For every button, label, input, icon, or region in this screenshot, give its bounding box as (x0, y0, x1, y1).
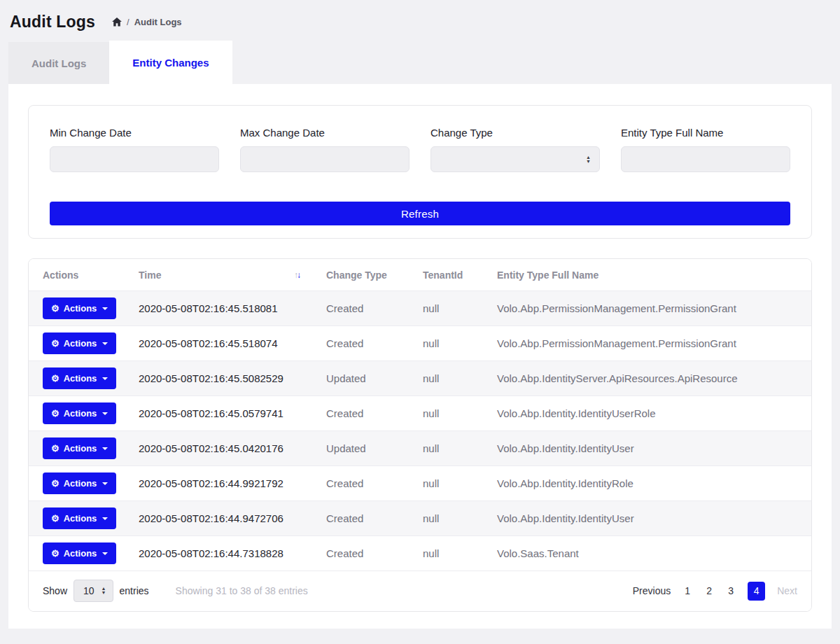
table-row: ⚙ Actions 2020-05-08T02:16:45.0579741 Cr… (29, 396, 811, 431)
row-time: 2020-05-08T02:16:45.5082529 (130, 361, 318, 396)
tab-bar: Audit Logs Entity Changes (8, 41, 832, 84)
row-change-type: Created (318, 326, 414, 361)
caret-down-icon (102, 307, 108, 310)
row-entity-type: Volo.Abp.Identity.IdentityRole (489, 466, 811, 501)
table-row: ⚙ Actions 2020-05-08T02:16:45.518081 Cre… (29, 291, 811, 326)
pagination-page-2[interactable]: 2 (704, 585, 714, 596)
row-tenant-id: null (414, 431, 489, 466)
gear-icon: ⚙ (51, 479, 59, 488)
row-entity-type: Volo.Abp.IdentityServer.ApiResources.Api… (489, 361, 811, 396)
row-change-type: Updated (318, 431, 414, 466)
row-tenant-id: null (414, 536, 489, 571)
refresh-button[interactable]: Refresh (50, 202, 790, 225)
max-change-date-field: Max Change Date (240, 127, 410, 172)
column-header-change-type: Change Type (318, 259, 414, 291)
table-body: ⚙ Actions 2020-05-08T02:16:45.518081 Cre… (29, 291, 811, 571)
row-actions-label: Actions (64, 373, 97, 384)
row-actions-cell: ⚙ Actions (29, 466, 130, 501)
row-actions-cell: ⚙ Actions (29, 326, 130, 361)
change-type-select[interactable]: ▲▼ (430, 146, 600, 172)
table-row: ⚙ Actions 2020-05-08T02:16:45.5082529 Up… (29, 361, 811, 396)
pagination-next[interactable]: Next (777, 585, 797, 596)
row-actions-button[interactable]: ⚙ Actions (43, 438, 116, 459)
row-change-type: Created (318, 501, 414, 536)
table-footer: Show 10 ▲▼ entries Showing 31 to 38 of 3… (29, 571, 811, 611)
entity-type-label: Entity Type Full Name (621, 127, 790, 139)
gear-icon: ⚙ (51, 409, 59, 418)
row-actions-button[interactable]: ⚙ Actions (43, 472, 116, 494)
row-actions-cell: ⚙ Actions (29, 361, 130, 396)
page-header: Audit Logs / Audit Logs (0, 0, 840, 41)
page-size-value: 10 (83, 585, 94, 596)
row-tenant-id: null (414, 361, 489, 396)
row-actions-button[interactable]: ⚙ Actions (43, 368, 116, 389)
table-header: Actions Time ↑↓ Change Type TenantId Ent… (29, 259, 811, 291)
pagination-page-3[interactable]: 3 (726, 585, 736, 596)
page-title: Audit Logs (10, 13, 95, 31)
row-entity-type: Volo.Abp.Identity.IdentityUserRole (489, 396, 811, 431)
row-time: 2020-05-08T02:16:45.518081 (130, 291, 318, 326)
tab-content-panel: Min Change Date Max Change Date Change T… (8, 84, 832, 629)
gear-icon: ⚙ (51, 304, 59, 313)
gear-icon: ⚙ (51, 514, 59, 523)
row-change-type: Created (318, 291, 414, 326)
table-row: ⚙ Actions 2020-05-08T02:16:44.9921792 Cr… (29, 466, 811, 501)
column-header-time[interactable]: Time ↑↓ (130, 259, 318, 291)
row-change-type: Created (318, 396, 414, 431)
row-actions-button[interactable]: ⚙ Actions (43, 298, 116, 319)
row-actions-button[interactable]: ⚙ Actions (43, 402, 116, 424)
row-time: 2020-05-08T02:16:44.7318828 (130, 536, 318, 571)
breadcrumb-separator: / (127, 17, 130, 27)
filter-grid: Min Change Date Max Change Date Change T… (50, 127, 790, 172)
row-change-type: Created (318, 466, 414, 501)
home-icon[interactable] (112, 18, 122, 27)
caret-down-icon (102, 342, 108, 345)
row-actions-label: Actions (64, 513, 97, 524)
entity-changes-table: Actions Time ↑↓ Change Type TenantId Ent… (29, 259, 811, 571)
row-actions-button[interactable]: ⚙ Actions (43, 332, 116, 354)
row-entity-type: Volo.Abp.Identity.IdentityUser (489, 431, 811, 466)
row-actions-cell: ⚙ Actions (29, 396, 130, 431)
row-entity-type: Volo.Abp.PermissionManagement.Permission… (489, 326, 811, 361)
row-change-type: Created (318, 536, 414, 571)
row-tenant-id: null (414, 326, 489, 361)
min-change-date-field: Min Change Date (50, 127, 219, 172)
pagination-page-1[interactable]: 1 (682, 585, 692, 596)
row-entity-type: Volo.Saas.Tenant (489, 536, 811, 571)
max-change-date-label: Max Change Date (240, 127, 410, 139)
max-change-date-input[interactable] (240, 146, 410, 172)
row-actions-cell: ⚙ Actions (29, 431, 130, 466)
row-actions-label: Actions (64, 548, 97, 559)
gear-icon: ⚙ (51, 339, 59, 348)
row-tenant-id: null (414, 396, 489, 431)
min-change-date-input[interactable] (50, 146, 219, 172)
pagination-previous[interactable]: Previous (633, 585, 671, 596)
page-size-group: Show 10 ▲▼ entries (43, 580, 149, 602)
row-actions-cell: ⚙ Actions (29, 501, 130, 536)
page-size-select[interactable]: 10 ▲▼ (74, 580, 113, 602)
table-row: ⚙ Actions 2020-05-08T02:16:45.0420176 Up… (29, 431, 811, 466)
row-time: 2020-05-08T02:16:45.0420176 (130, 431, 318, 466)
table-row: ⚙ Actions 2020-05-08T02:16:44.7318828 Cr… (29, 536, 811, 571)
pagination: Previous 1 2 3 4 Next (633, 582, 797, 601)
caret-down-icon (102, 377, 108, 380)
tab-entity-changes[interactable]: Entity Changes (109, 41, 232, 84)
entity-type-field: Entity Type Full Name (621, 127, 790, 172)
tab-audit-logs[interactable]: Audit Logs (8, 42, 109, 84)
row-actions-button[interactable]: ⚙ Actions (43, 542, 116, 564)
table-row: ⚙ Actions 2020-05-08T02:16:45.518074 Cre… (29, 326, 811, 361)
gear-icon: ⚙ (51, 374, 59, 383)
entity-type-input[interactable] (621, 146, 790, 172)
table-row: ⚙ Actions 2020-05-08T02:16:44.9472706 Cr… (29, 501, 811, 536)
row-tenant-id: null (414, 501, 489, 536)
row-entity-type: Volo.Abp.PermissionManagement.Permission… (489, 291, 811, 326)
show-label: Show (43, 585, 67, 596)
pagination-page-4-active[interactable]: 4 (748, 582, 765, 601)
min-change-date-label: Min Change Date (50, 127, 219, 139)
row-actions-label: Actions (64, 303, 97, 314)
column-header-time-label: Time (139, 270, 161, 281)
row-entity-type: Volo.Abp.Identity.IdentityUser (489, 501, 811, 536)
sort-icon: ↑↓ (294, 270, 309, 280)
row-actions-button[interactable]: ⚙ Actions (43, 507, 116, 529)
breadcrumb-current: Audit Logs (134, 17, 182, 27)
